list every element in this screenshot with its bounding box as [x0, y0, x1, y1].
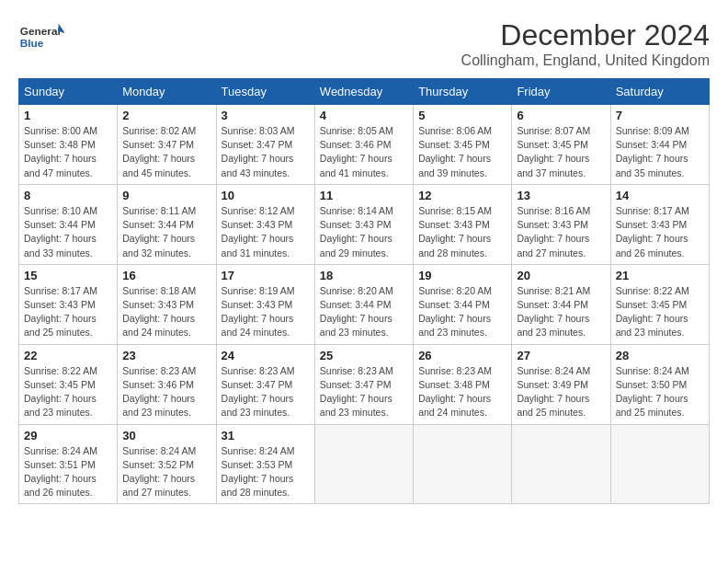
day-cell-2: 2Sunrise: 8:02 AMSunset: 3:47 PMDaylight… [118, 105, 216, 185]
calendar-table: SundayMondayTuesdayWednesdayThursdayFrid… [18, 78, 710, 504]
day-info: Sunrise: 8:11 AMSunset: 3:44 PMDaylight:… [122, 204, 210, 260]
day-cell-10: 10Sunrise: 8:12 AMSunset: 3:43 PMDayligh… [216, 184, 314, 264]
day-info: Sunrise: 8:24 AMSunset: 3:53 PMDaylight:… [222, 444, 310, 500]
day-info: Sunrise: 8:09 AMSunset: 3:44 PMDaylight:… [616, 124, 704, 180]
day-info: Sunrise: 8:22 AMSunset: 3:45 PMDaylight:… [24, 364, 112, 420]
logo: General Blue [18, 18, 64, 55]
day-number: 26 [418, 349, 506, 362]
day-cell-12: 12Sunrise: 8:15 AMSunset: 3:43 PMDayligh… [414, 184, 512, 264]
day-number: 25 [320, 349, 408, 362]
week-row-2: 8Sunrise: 8:10 AMSunset: 3:44 PMDaylight… [19, 184, 710, 264]
day-cell-17: 17Sunrise: 8:19 AMSunset: 3:43 PMDayligh… [216, 264, 314, 344]
day-number: 8 [24, 189, 112, 202]
day-number: 10 [222, 189, 310, 202]
day-cell-19: 19Sunrise: 8:20 AMSunset: 3:44 PMDayligh… [414, 264, 512, 344]
empty-cell [314, 424, 413, 504]
day-cell-14: 14Sunrise: 8:17 AMSunset: 3:43 PMDayligh… [610, 184, 709, 264]
day-info: Sunrise: 8:12 AMSunset: 3:43 PMDaylight:… [222, 204, 310, 260]
day-header-friday: Friday [512, 79, 610, 105]
day-cell-25: 25Sunrise: 8:23 AMSunset: 3:47 PMDayligh… [314, 344, 413, 424]
day-cell-9: 9Sunrise: 8:11 AMSunset: 3:44 PMDaylight… [118, 184, 216, 264]
day-cell-26: 26Sunrise: 8:23 AMSunset: 3:48 PMDayligh… [414, 344, 512, 424]
day-info: Sunrise: 8:23 AMSunset: 3:48 PMDaylight:… [418, 364, 506, 420]
day-info: Sunrise: 8:20 AMSunset: 3:44 PMDaylight:… [320, 284, 408, 340]
day-number: 12 [418, 189, 506, 202]
header-row: SundayMondayTuesdayWednesdayThursdayFrid… [19, 79, 710, 105]
day-info: Sunrise: 8:19 AMSunset: 3:43 PMDaylight:… [222, 284, 310, 340]
empty-cell [512, 424, 610, 504]
day-number: 4 [320, 109, 408, 122]
day-number: 2 [122, 109, 210, 122]
svg-text:Blue: Blue [20, 37, 44, 50]
day-header-thursday: Thursday [414, 79, 512, 105]
day-cell-11: 11Sunrise: 8:14 AMSunset: 3:43 PMDayligh… [314, 184, 413, 264]
day-number: 31 [222, 429, 310, 442]
week-row-1: 1Sunrise: 8:00 AMSunset: 3:48 PMDaylight… [19, 105, 710, 185]
day-cell-7: 7Sunrise: 8:09 AMSunset: 3:44 PMDaylight… [610, 105, 709, 185]
logo-svg: General Blue [18, 18, 64, 55]
day-number: 22 [24, 349, 112, 362]
day-number: 29 [24, 429, 112, 442]
day-info: Sunrise: 8:21 AMSunset: 3:44 PMDaylight:… [517, 284, 605, 340]
day-number: 16 [122, 269, 210, 282]
day-cell-30: 30Sunrise: 8:24 AMSunset: 3:52 PMDayligh… [118, 424, 216, 504]
empty-cell [610, 424, 709, 504]
day-number: 20 [517, 269, 605, 282]
day-cell-24: 24Sunrise: 8:23 AMSunset: 3:47 PMDayligh… [216, 344, 314, 424]
day-header-tuesday: Tuesday [216, 79, 314, 105]
day-number: 17 [222, 269, 310, 282]
calendar-title: December 2024 [461, 18, 710, 52]
day-cell-13: 13Sunrise: 8:16 AMSunset: 3:43 PMDayligh… [512, 184, 610, 264]
day-number: 24 [222, 349, 310, 362]
day-cell-22: 22Sunrise: 8:22 AMSunset: 3:45 PMDayligh… [19, 344, 118, 424]
day-info: Sunrise: 8:24 AMSunset: 3:51 PMDaylight:… [24, 444, 112, 500]
day-cell-23: 23Sunrise: 8:23 AMSunset: 3:46 PMDayligh… [118, 344, 216, 424]
day-header-monday: Monday [118, 79, 216, 105]
day-info: Sunrise: 8:23 AMSunset: 3:47 PMDaylight:… [222, 364, 310, 420]
day-number: 5 [418, 109, 506, 122]
day-cell-5: 5Sunrise: 8:06 AMSunset: 3:45 PMDaylight… [414, 105, 512, 185]
day-info: Sunrise: 8:00 AMSunset: 3:48 PMDaylight:… [24, 124, 112, 180]
day-cell-31: 31Sunrise: 8:24 AMSunset: 3:53 PMDayligh… [216, 424, 314, 504]
day-number: 15 [24, 269, 112, 282]
day-header-wednesday: Wednesday [314, 79, 413, 105]
day-info: Sunrise: 8:02 AMSunset: 3:47 PMDaylight:… [122, 124, 210, 180]
day-cell-16: 16Sunrise: 8:18 AMSunset: 3:43 PMDayligh… [118, 264, 216, 344]
day-number: 28 [616, 349, 704, 362]
day-cell-29: 29Sunrise: 8:24 AMSunset: 3:51 PMDayligh… [19, 424, 118, 504]
day-cell-6: 6Sunrise: 8:07 AMSunset: 3:45 PMDaylight… [512, 105, 610, 185]
day-info: Sunrise: 8:06 AMSunset: 3:45 PMDaylight:… [418, 124, 506, 180]
day-cell-21: 21Sunrise: 8:22 AMSunset: 3:45 PMDayligh… [610, 264, 709, 344]
day-info: Sunrise: 8:17 AMSunset: 3:43 PMDaylight:… [616, 204, 704, 260]
day-header-sunday: Sunday [19, 79, 118, 105]
day-cell-28: 28Sunrise: 8:24 AMSunset: 3:50 PMDayligh… [610, 344, 709, 424]
day-number: 18 [320, 269, 408, 282]
calendar-subtitle: Collingham, England, United Kingdom [461, 52, 710, 69]
day-info: Sunrise: 8:05 AMSunset: 3:46 PMDaylight:… [320, 124, 408, 180]
day-number: 3 [222, 109, 310, 122]
day-info: Sunrise: 8:10 AMSunset: 3:44 PMDaylight:… [24, 204, 112, 260]
day-info: Sunrise: 8:20 AMSunset: 3:44 PMDaylight:… [418, 284, 506, 340]
day-info: Sunrise: 8:22 AMSunset: 3:45 PMDaylight:… [616, 284, 704, 340]
day-info: Sunrise: 8:17 AMSunset: 3:43 PMDaylight:… [24, 284, 112, 340]
title-area: December 2024 Collingham, England, Unite… [461, 18, 710, 69]
day-cell-18: 18Sunrise: 8:20 AMSunset: 3:44 PMDayligh… [314, 264, 413, 344]
day-cell-15: 15Sunrise: 8:17 AMSunset: 3:43 PMDayligh… [19, 264, 118, 344]
day-info: Sunrise: 8:15 AMSunset: 3:43 PMDaylight:… [418, 204, 506, 260]
day-info: Sunrise: 8:24 AMSunset: 3:50 PMDaylight:… [616, 364, 704, 420]
empty-cell [414, 424, 512, 504]
day-info: Sunrise: 8:07 AMSunset: 3:45 PMDaylight:… [517, 124, 605, 180]
week-row-3: 15Sunrise: 8:17 AMSunset: 3:43 PMDayligh… [19, 264, 710, 344]
day-cell-8: 8Sunrise: 8:10 AMSunset: 3:44 PMDaylight… [19, 184, 118, 264]
day-cell-3: 3Sunrise: 8:03 AMSunset: 3:47 PMDaylight… [216, 105, 314, 185]
day-number: 27 [517, 349, 605, 362]
day-number: 21 [616, 269, 704, 282]
day-cell-1: 1Sunrise: 8:00 AMSunset: 3:48 PMDaylight… [19, 105, 118, 185]
day-number: 14 [616, 189, 704, 202]
day-cell-4: 4Sunrise: 8:05 AMSunset: 3:46 PMDaylight… [314, 105, 413, 185]
day-info: Sunrise: 8:16 AMSunset: 3:43 PMDaylight:… [517, 204, 605, 260]
day-info: Sunrise: 8:23 AMSunset: 3:47 PMDaylight:… [320, 364, 408, 420]
header: General Blue December 2024 Collingham, E… [18, 18, 710, 69]
week-row-5: 29Sunrise: 8:24 AMSunset: 3:51 PMDayligh… [19, 424, 710, 504]
day-info: Sunrise: 8:24 AMSunset: 3:52 PMDaylight:… [122, 444, 210, 500]
